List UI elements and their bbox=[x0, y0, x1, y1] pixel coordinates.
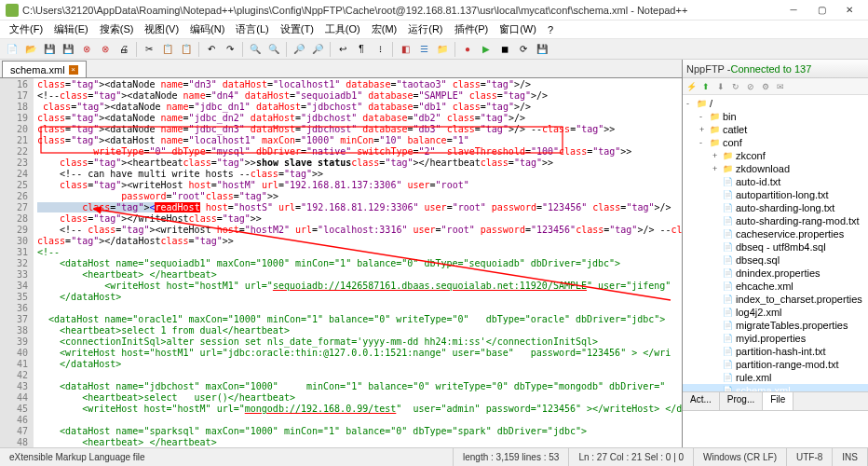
code-line[interactable] bbox=[37, 303, 682, 314]
code-line[interactable]: <dataHost name="oracle1" maxCon="1000" m… bbox=[37, 314, 682, 325]
paste-icon[interactable]: 📋 bbox=[178, 41, 195, 58]
save-macro-icon[interactable]: 💾 bbox=[534, 41, 550, 58]
code-line[interactable]: class="tag"><writeHost host="hostM" url=… bbox=[37, 180, 682, 191]
code-editor[interactable]: 1617181920212223242526272829303132333435… bbox=[0, 78, 682, 447]
print-icon[interactable]: 🖨 bbox=[115, 41, 132, 58]
menu-search[interactable]: 搜索(S) bbox=[94, 22, 140, 36]
menu-window[interactable]: 窗口(W) bbox=[494, 22, 542, 36]
code-line[interactable]: class="tag"><dataNode name="dn3" dataHos… bbox=[37, 79, 682, 90]
tree-file[interactable]: 📄partition-hash-int.txt bbox=[683, 345, 868, 358]
tree-file[interactable]: 📄dbseq.sql bbox=[683, 254, 868, 267]
cut-icon[interactable]: ✂ bbox=[141, 41, 157, 58]
maximize-button[interactable]: ▢ bbox=[808, 2, 834, 19]
menu-settings[interactable]: 设置(T) bbox=[275, 22, 319, 36]
code-line[interactable]: <heartbeat>select 1 from dual</heartbeat… bbox=[37, 325, 682, 336]
show-all-chars-icon[interactable]: ¶ bbox=[353, 41, 370, 58]
tree-file[interactable]: 📄auto-id.txt bbox=[683, 175, 868, 188]
tree-file[interactable]: 📄ehcache.xml bbox=[683, 280, 868, 293]
remote-file-tree[interactable]: -📁/-📁bin+📁catlet-📁conf+📁zkconf+📁zkdownlo… bbox=[683, 95, 868, 391]
menu-language[interactable]: 语言(L) bbox=[230, 22, 274, 36]
replace-icon[interactable]: 🔍 bbox=[265, 41, 282, 58]
find-icon[interactable]: 🔍 bbox=[247, 41, 264, 58]
tab-actions[interactable]: Act... bbox=[683, 392, 720, 410]
word-wrap-icon[interactable]: ↩ bbox=[334, 41, 351, 58]
tree-file[interactable]: 📄dnindex.properties bbox=[683, 267, 868, 280]
folder-view-icon[interactable]: 📁 bbox=[434, 41, 451, 58]
tree-folder[interactable]: -📁conf bbox=[683, 136, 868, 149]
open-file-icon[interactable]: 📂 bbox=[22, 41, 39, 58]
abort-icon[interactable]: ⊘ bbox=[744, 80, 757, 93]
close-all-icon[interactable]: ⊗ bbox=[97, 41, 114, 58]
close-file-icon[interactable]: ⊗ bbox=[78, 41, 95, 58]
minimize-button[interactable]: ─ bbox=[780, 2, 807, 19]
copy-icon[interactable]: 📋 bbox=[159, 41, 176, 58]
code-line[interactable] bbox=[37, 415, 682, 426]
menu-macro[interactable]: 宏(M) bbox=[366, 22, 403, 36]
code-line[interactable]: class="tag"><dataHost name="localhost1" … bbox=[37, 135, 682, 146]
tab-close-icon[interactable]: × bbox=[69, 65, 78, 75]
tab-progress[interactable]: Prog... bbox=[720, 392, 763, 410]
code-line[interactable]: class="tag"><dataNode name="jdbc_dn1" da… bbox=[37, 102, 682, 113]
func-list-icon[interactable]: ☰ bbox=[415, 41, 432, 58]
code-line[interactable]: class="tag"></dataHostclass="tag">> bbox=[37, 236, 682, 247]
playback-icon[interactable]: ⟳ bbox=[515, 41, 532, 58]
tree-file[interactable]: 📄dbseq - utf8mb4.sql bbox=[683, 240, 868, 254]
tree-folder[interactable]: -📁/ bbox=[683, 97, 868, 110]
tree-file[interactable]: 📄rule.xml bbox=[683, 371, 868, 384]
code-line[interactable]: </dataHost> bbox=[37, 292, 682, 303]
code-line[interactable]: class="tag"><dataNode name="jdbc_dn2" da… bbox=[37, 113, 682, 124]
record-macro-icon[interactable]: ● bbox=[459, 41, 476, 58]
refresh-icon[interactable]: ↻ bbox=[729, 80, 742, 93]
tab-file[interactable]: File bbox=[763, 392, 793, 410]
code-line[interactable]: password="root"class="tag">> bbox=[37, 191, 682, 202]
tree-expand-icon[interactable]: + bbox=[712, 164, 722, 173]
tree-file[interactable]: 📄partition-range-mod.txt bbox=[683, 358, 868, 371]
tree-file[interactable]: 📄auto-sharding-rang-mod.txt bbox=[683, 214, 868, 227]
tree-file[interactable]: 📄migrateTables.properties bbox=[683, 319, 868, 332]
code-line[interactable] bbox=[37, 370, 682, 381]
menu-plugins[interactable]: 插件(P) bbox=[449, 22, 495, 36]
tree-file[interactable]: 📄myid.properties bbox=[683, 332, 868, 345]
redo-icon[interactable]: ↷ bbox=[222, 41, 238, 58]
tree-folder[interactable]: +📁zkdownload bbox=[683, 162, 868, 175]
play-macro-icon[interactable]: ▶ bbox=[478, 41, 495, 58]
save-all-icon[interactable]: 💾 bbox=[60, 41, 76, 58]
code-line[interactable]: <writeHost host="hostM1" url="jdbc:oracl… bbox=[37, 348, 682, 359]
messages-icon[interactable]: ✉ bbox=[774, 80, 787, 93]
download-icon[interactable]: ⬇ bbox=[714, 80, 727, 93]
tab-schema-xml[interactable]: schema.xml × bbox=[2, 61, 87, 77]
new-file-icon[interactable]: 📄 bbox=[4, 41, 20, 58]
doc-map-icon[interactable]: ◧ bbox=[397, 41, 414, 58]
tree-folder[interactable]: +📁catlet bbox=[683, 123, 868, 136]
code-line[interactable]: <writeHost host="hostM1" url="sequoiadb:… bbox=[37, 281, 682, 292]
tree-file[interactable]: 📄log4j2.xml bbox=[683, 306, 868, 319]
code-line[interactable]: <dataHost name="sequoiadb1" maxCon="1000… bbox=[37, 258, 682, 269]
code-line[interactable]: writeType="0" dbType="mysql" dbDriver="n… bbox=[37, 146, 682, 158]
code-line[interactable]: <dataHost name="jdbchost" maxCon="1000" … bbox=[37, 381, 682, 392]
code-line[interactable]: </dataHost> bbox=[37, 359, 682, 370]
tree-file[interactable]: 📄auto-sharding-long.txt bbox=[683, 201, 868, 214]
code-line[interactable]: class="tag"><readHost host="hostS" url="… bbox=[37, 202, 682, 213]
stop-macro-icon[interactable]: ◼ bbox=[496, 41, 513, 58]
tree-file[interactable]: 📄index_to_charset.properties bbox=[683, 293, 868, 306]
code-line[interactable]: <connectionInitSql>alter session set nls… bbox=[37, 336, 682, 348]
menu-run[interactable]: 运行(R) bbox=[402, 22, 448, 36]
menu-encoding[interactable]: 编码(N) bbox=[184, 22, 230, 36]
tree-folder[interactable]: -📁bin bbox=[683, 110, 868, 123]
tree-expand-icon[interactable]: - bbox=[699, 138, 709, 147]
code-line[interactable]: <heartbeat>select user()</heartbeat> bbox=[37, 392, 682, 404]
code-line[interactable]: <writeHost host="hostM" url="mongodb://1… bbox=[37, 404, 682, 415]
menu-edit[interactable]: 编辑(E) bbox=[48, 22, 94, 36]
upload-icon[interactable]: ⬆ bbox=[699, 80, 712, 93]
tree-folder[interactable]: +📁zkconf bbox=[683, 149, 868, 162]
tree-expand-icon[interactable]: + bbox=[699, 125, 709, 134]
tree-file[interactable]: 📄schema.xml bbox=[683, 384, 868, 391]
code-line[interactable]: <heartbeat> </heartbeat> bbox=[37, 437, 682, 447]
code-content[interactable]: class="tag"><dataNode name="dn3" dataHos… bbox=[34, 78, 682, 447]
menu-file[interactable]: 文件(F) bbox=[4, 22, 48, 36]
tree-expand-icon[interactable]: + bbox=[712, 151, 722, 160]
save-icon[interactable]: 💾 bbox=[41, 41, 58, 58]
code-line[interactable]: <!-- can have multi write hosts --class=… bbox=[37, 169, 682, 180]
tree-expand-icon[interactable]: - bbox=[699, 112, 709, 121]
disconnect-icon[interactable]: ⚡ bbox=[685, 80, 698, 93]
